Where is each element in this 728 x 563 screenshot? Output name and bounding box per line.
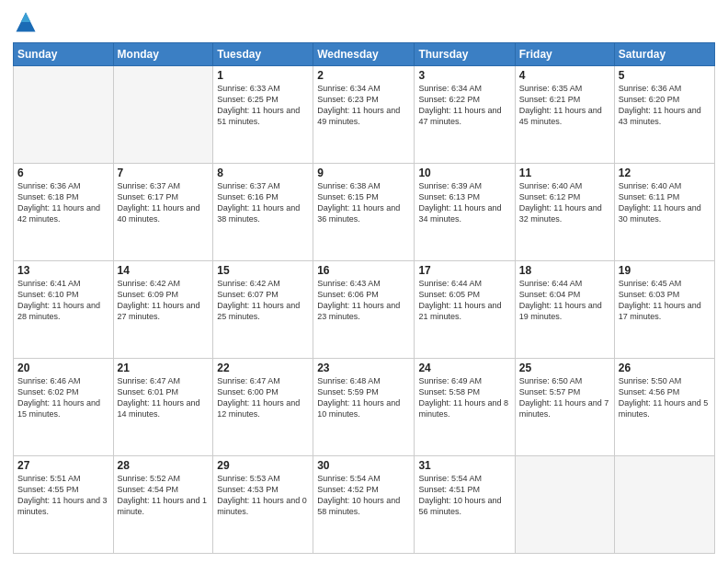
calendar-cell: 24Sunrise: 6:49 AM Sunset: 5:58 PM Dayli… bbox=[415, 359, 515, 456]
calendar-cell: 6Sunrise: 6:36 AM Sunset: 6:18 PM Daylig… bbox=[14, 164, 114, 261]
day-info: Sunrise: 6:44 AM Sunset: 6:04 PM Dayligh… bbox=[519, 278, 610, 323]
day-number: 23 bbox=[317, 362, 410, 374]
calendar-cell: 25Sunrise: 6:50 AM Sunset: 5:57 PM Dayli… bbox=[515, 359, 614, 456]
calendar-cell: 1Sunrise: 6:33 AM Sunset: 6:25 PM Daylig… bbox=[213, 66, 313, 164]
day-info: Sunrise: 6:36 AM Sunset: 6:20 PM Dayligh… bbox=[619, 83, 711, 128]
col-friday: Friday bbox=[515, 43, 614, 66]
calendar-cell: 3Sunrise: 6:34 AM Sunset: 6:22 PM Daylig… bbox=[415, 66, 515, 164]
calendar-cell: 19Sunrise: 6:45 AM Sunset: 6:03 PM Dayli… bbox=[614, 261, 714, 359]
calendar-cell: 21Sunrise: 6:47 AM Sunset: 6:01 PM Dayli… bbox=[113, 359, 213, 456]
day-number: 7 bbox=[118, 167, 210, 179]
day-info: Sunrise: 6:46 AM Sunset: 6:02 PM Dayligh… bbox=[17, 375, 109, 420]
col-sunday: Sunday bbox=[14, 43, 114, 66]
header bbox=[13, 9, 715, 35]
day-info: Sunrise: 5:53 AM Sunset: 4:53 PM Dayligh… bbox=[217, 473, 309, 518]
calendar-header-row: Sunday Monday Tuesday Wednesday Thursday… bbox=[14, 43, 715, 66]
calendar-cell: 26Sunrise: 5:50 AM Sunset: 4:56 PM Dayli… bbox=[614, 359, 714, 456]
week-row-1: 1Sunrise: 6:33 AM Sunset: 6:25 PM Daylig… bbox=[14, 66, 715, 164]
day-number: 17 bbox=[418, 264, 510, 277]
week-row-4: 20Sunrise: 6:46 AM Sunset: 6:02 PM Dayli… bbox=[14, 359, 715, 456]
day-info: Sunrise: 5:54 AM Sunset: 4:51 PM Dayligh… bbox=[418, 473, 510, 518]
day-number: 5 bbox=[619, 69, 711, 82]
logo bbox=[13, 9, 42, 35]
calendar-cell: 14Sunrise: 6:42 AM Sunset: 6:09 PM Dayli… bbox=[113, 261, 213, 359]
day-number: 3 bbox=[418, 69, 510, 82]
calendar-cell: 12Sunrise: 6:40 AM Sunset: 6:11 PM Dayli… bbox=[614, 164, 714, 261]
calendar-table: Sunday Monday Tuesday Wednesday Thursday… bbox=[13, 42, 715, 554]
col-thursday: Thursday bbox=[415, 43, 515, 66]
day-info: Sunrise: 6:44 AM Sunset: 6:05 PM Dayligh… bbox=[418, 278, 510, 323]
day-info: Sunrise: 6:47 AM Sunset: 6:00 PM Dayligh… bbox=[217, 375, 309, 420]
day-number: 2 bbox=[317, 69, 410, 82]
day-info: Sunrise: 6:37 AM Sunset: 6:17 PM Dayligh… bbox=[118, 180, 210, 225]
calendar-cell: 31Sunrise: 5:54 AM Sunset: 4:51 PM Dayli… bbox=[415, 456, 515, 554]
day-number: 16 bbox=[317, 264, 410, 277]
calendar-cell bbox=[515, 456, 614, 554]
day-number: 1 bbox=[217, 69, 309, 82]
calendar-cell: 23Sunrise: 6:48 AM Sunset: 5:59 PM Dayli… bbox=[313, 359, 415, 456]
day-number: 26 bbox=[619, 362, 711, 374]
day-number: 24 bbox=[418, 362, 510, 374]
day-info: Sunrise: 6:50 AM Sunset: 5:57 PM Dayligh… bbox=[519, 375, 610, 420]
day-number: 18 bbox=[519, 264, 610, 277]
calendar-cell: 10Sunrise: 6:39 AM Sunset: 6:13 PM Dayli… bbox=[415, 164, 515, 261]
day-info: Sunrise: 5:50 AM Sunset: 4:56 PM Dayligh… bbox=[619, 375, 711, 420]
day-number: 30 bbox=[317, 459, 410, 472]
calendar-cell: 2Sunrise: 6:34 AM Sunset: 6:23 PM Daylig… bbox=[313, 66, 415, 164]
day-number: 27 bbox=[17, 459, 109, 472]
day-info: Sunrise: 6:35 AM Sunset: 6:21 PM Dayligh… bbox=[519, 83, 610, 128]
day-number: 28 bbox=[118, 459, 210, 472]
week-row-3: 13Sunrise: 6:41 AM Sunset: 6:10 PM Dayli… bbox=[14, 261, 715, 359]
day-number: 25 bbox=[519, 362, 610, 374]
calendar-cell: 15Sunrise: 6:42 AM Sunset: 6:07 PM Dayli… bbox=[213, 261, 313, 359]
day-info: Sunrise: 6:40 AM Sunset: 6:12 PM Dayligh… bbox=[519, 180, 610, 225]
day-number: 20 bbox=[17, 362, 109, 374]
day-info: Sunrise: 6:33 AM Sunset: 6:25 PM Dayligh… bbox=[217, 83, 309, 128]
calendar-cell bbox=[14, 66, 114, 164]
day-number: 22 bbox=[217, 362, 309, 374]
calendar-cell: 16Sunrise: 6:43 AM Sunset: 6:06 PM Dayli… bbox=[313, 261, 415, 359]
day-number: 21 bbox=[118, 362, 210, 374]
calendar-cell: 7Sunrise: 6:37 AM Sunset: 6:17 PM Daylig… bbox=[113, 164, 213, 261]
svg-marker-1 bbox=[21, 13, 31, 23]
day-info: Sunrise: 6:49 AM Sunset: 5:58 PM Dayligh… bbox=[418, 375, 510, 420]
calendar-cell: 20Sunrise: 6:46 AM Sunset: 6:02 PM Dayli… bbox=[14, 359, 114, 456]
calendar-cell: 9Sunrise: 6:38 AM Sunset: 6:15 PM Daylig… bbox=[313, 164, 415, 261]
col-monday: Monday bbox=[113, 43, 213, 66]
day-info: Sunrise: 6:47 AM Sunset: 6:01 PM Dayligh… bbox=[118, 375, 210, 420]
calendar-cell: 30Sunrise: 5:54 AM Sunset: 4:52 PM Dayli… bbox=[313, 456, 415, 554]
day-number: 31 bbox=[418, 459, 510, 472]
day-info: Sunrise: 5:52 AM Sunset: 4:54 PM Dayligh… bbox=[118, 473, 210, 518]
day-info: Sunrise: 6:37 AM Sunset: 6:16 PM Dayligh… bbox=[217, 180, 309, 225]
calendar-cell: 22Sunrise: 6:47 AM Sunset: 6:00 PM Dayli… bbox=[213, 359, 313, 456]
day-number: 11 bbox=[519, 167, 610, 179]
day-info: Sunrise: 6:43 AM Sunset: 6:06 PM Dayligh… bbox=[317, 278, 410, 323]
calendar-cell: 18Sunrise: 6:44 AM Sunset: 6:04 PM Dayli… bbox=[515, 261, 614, 359]
logo-icon bbox=[13, 9, 39, 35]
week-row-5: 27Sunrise: 5:51 AM Sunset: 4:55 PM Dayli… bbox=[14, 456, 715, 554]
calendar-cell: 27Sunrise: 5:51 AM Sunset: 4:55 PM Dayli… bbox=[14, 456, 114, 554]
calendar-cell bbox=[113, 66, 213, 164]
day-info: Sunrise: 5:51 AM Sunset: 4:55 PM Dayligh… bbox=[17, 473, 109, 518]
calendar-cell: 17Sunrise: 6:44 AM Sunset: 6:05 PM Dayli… bbox=[415, 261, 515, 359]
calendar-cell: 28Sunrise: 5:52 AM Sunset: 4:54 PM Dayli… bbox=[113, 456, 213, 554]
day-info: Sunrise: 6:40 AM Sunset: 6:11 PM Dayligh… bbox=[619, 180, 711, 225]
col-tuesday: Tuesday bbox=[213, 43, 313, 66]
col-wednesday: Wednesday bbox=[313, 43, 415, 66]
day-info: Sunrise: 6:42 AM Sunset: 6:09 PM Dayligh… bbox=[118, 278, 210, 323]
day-number: 6 bbox=[17, 167, 109, 179]
calendar-cell: 29Sunrise: 5:53 AM Sunset: 4:53 PM Dayli… bbox=[213, 456, 313, 554]
day-info: Sunrise: 6:34 AM Sunset: 6:23 PM Dayligh… bbox=[317, 83, 410, 128]
day-info: Sunrise: 6:36 AM Sunset: 6:18 PM Dayligh… bbox=[17, 180, 109, 225]
calendar-cell: 11Sunrise: 6:40 AM Sunset: 6:12 PM Dayli… bbox=[515, 164, 614, 261]
day-number: 9 bbox=[317, 167, 410, 179]
week-row-2: 6Sunrise: 6:36 AM Sunset: 6:18 PM Daylig… bbox=[14, 164, 715, 261]
day-info: Sunrise: 6:39 AM Sunset: 6:13 PM Dayligh… bbox=[418, 180, 510, 225]
day-number: 29 bbox=[217, 459, 309, 472]
calendar-cell: 4Sunrise: 6:35 AM Sunset: 6:21 PM Daylig… bbox=[515, 66, 614, 164]
day-number: 14 bbox=[118, 264, 210, 277]
day-info: Sunrise: 6:41 AM Sunset: 6:10 PM Dayligh… bbox=[17, 278, 109, 323]
page: Sunday Monday Tuesday Wednesday Thursday… bbox=[0, 0, 728, 563]
calendar-cell bbox=[614, 456, 714, 554]
day-number: 13 bbox=[17, 264, 109, 277]
